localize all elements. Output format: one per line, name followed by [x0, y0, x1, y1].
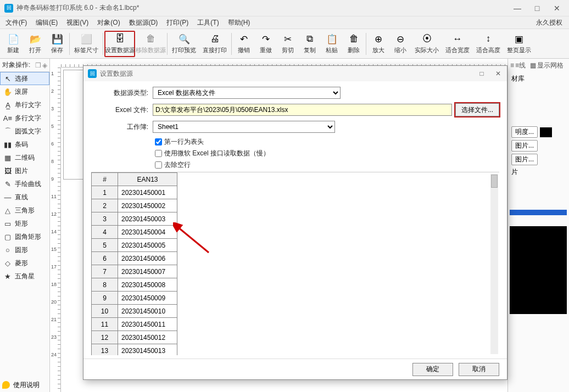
table-row[interactable]: 12202301450012: [92, 331, 177, 344]
toolbar-print-button[interactable]: 🖨直接打印: [199, 31, 230, 57]
toolbar-divider: [231, 33, 232, 55]
tool-14[interactable]: ◇菱形: [0, 256, 49, 270]
scrollbar-thumb[interactable]: [491, 175, 498, 188]
image-button-2[interactable]: 图片...: [511, 154, 538, 165]
table-row[interactable]: 8202301450008: [92, 278, 177, 292]
table-row[interactable]: 4202301450004: [92, 226, 177, 239]
ok-button[interactable]: 确定: [412, 363, 453, 376]
menu-7[interactable]: 帮助(H): [226, 17, 253, 29]
tool-3[interactable]: A≡多行文字: [0, 111, 49, 125]
tool-5[interactable]: ▮▮条码: [0, 138, 49, 151]
tool-8[interactable]: ✎手绘曲线: [0, 177, 49, 191]
toolbar-setds-button[interactable]: 🗄设置数据源: [104, 31, 135, 57]
toolbar-actual-button[interactable]: ⦿实际大小: [411, 31, 442, 57]
ruler-tick: 17: [51, 264, 57, 270]
toolbar-redo-button[interactable]: ↷重做: [255, 31, 277, 57]
row-value: 202301450001: [118, 186, 177, 199]
tool-6[interactable]: ▦二维码: [0, 151, 49, 164]
table-row[interactable]: 11202301450011: [92, 318, 177, 331]
toolbar-fitpage-button[interactable]: ▣整页显示: [504, 31, 534, 57]
row-value: 202301450009: [118, 292, 177, 305]
table-row[interactable]: 10202301450010: [92, 305, 177, 318]
dialog-close-button[interactable]: ✕: [494, 70, 503, 77]
tool-1-icon: ✋: [3, 88, 13, 96]
menu-2[interactable]: 视图(V): [64, 17, 91, 29]
tool-10[interactable]: △三角形: [0, 204, 49, 217]
choose-file-button[interactable]: 选择文件...: [455, 103, 499, 116]
toolbar-preview-button[interactable]: 🔍打印预览: [169, 31, 199, 57]
brightness-button[interactable]: 明度...: [511, 126, 538, 138]
dialog-title: 设置数据源: [100, 69, 477, 79]
toolbar-save-button[interactable]: 💾保存: [46, 31, 68, 57]
tool-15[interactable]: ★五角星: [0, 270, 49, 283]
remove-empty-rows-checkbox[interactable]: 去除空行: [155, 160, 499, 170]
toolbar-open-button[interactable]: 📂打开: [24, 31, 46, 57]
gridline-toggle[interactable]: ≡≡线: [510, 61, 526, 70]
redo-icon: ↷: [260, 33, 272, 45]
tool-4[interactable]: ⌒圆弧文字: [0, 125, 49, 138]
tool-1[interactable]: ✋滚屏: [0, 85, 49, 98]
window-maximize-button[interactable]: □: [532, 4, 543, 13]
window-minimize-button[interactable]: —: [512, 4, 523, 13]
use-ms-excel-checkbox[interactable]: 使用微软 Excel 接口读取数据（慢）: [155, 149, 499, 158]
menu-3[interactable]: 对象(O): [95, 17, 122, 29]
toolbar-labelsize-button[interactable]: ⬜标签尺寸: [71, 31, 102, 57]
first-row-header-checkbox[interactable]: 第一行为表头: [155, 137, 499, 147]
tool-8-label: 手绘曲线: [15, 180, 41, 189]
toolbar-cut-button[interactable]: ✂剪切: [277, 31, 299, 57]
menu-6[interactable]: 工具(T): [195, 17, 221, 29]
toolbar-divider: [366, 33, 366, 55]
menu-1[interactable]: 编辑(E): [34, 17, 60, 29]
col-value-header[interactable]: EAN13: [118, 173, 177, 186]
toolbar-remds-button[interactable]: 🗑移除数据源: [135, 31, 166, 57]
table-row[interactable]: 3202301450003: [92, 212, 177, 226]
image-button-1[interactable]: 图片...: [511, 140, 538, 152]
layer-icon-2[interactable]: ◈: [42, 61, 47, 69]
window-close-button[interactable]: ✕: [551, 4, 562, 13]
layer-icon[interactable]: ❒: [35, 61, 41, 69]
toolbar-delete-button[interactable]: 🗑删除: [343, 31, 365, 57]
ds-type-select[interactable]: Excel 数据表格文件: [153, 87, 341, 99]
dialog-maximize-button[interactable]: □: [477, 70, 486, 77]
show-grid-toggle[interactable]: ▦显示网格: [530, 61, 564, 70]
tool-9[interactable]: —直线: [0, 191, 49, 204]
copy-icon: ⧉: [304, 33, 316, 45]
toolbar-undo-button[interactable]: ↶撤销: [233, 31, 255, 57]
toolbar-paste-button[interactable]: 📋粘贴: [321, 31, 343, 57]
sheet-select[interactable]: Sheet1: [153, 121, 335, 133]
table-row[interactable]: 9202301450009: [92, 292, 177, 305]
menu-0[interactable]: 文件(F): [3, 17, 29, 29]
tool-5-icon: ▮▮: [3, 141, 13, 149]
toolbar-new-button[interactable]: 📄新建: [2, 31, 24, 57]
tool-12[interactable]: ▢圆角矩形: [0, 230, 49, 243]
toolbar-zoomin-button[interactable]: ⊕放大: [367, 31, 389, 57]
table-row[interactable]: 2202301450002: [92, 199, 177, 212]
tool-2[interactable]: A̲单行文字: [0, 98, 49, 111]
fith-label: 适合高度: [476, 46, 500, 54]
table-row[interactable]: 13202301450013: [92, 344, 177, 356]
help-button[interactable]: 使用说明: [0, 378, 49, 392]
labelsize-label: 标签尺寸: [74, 46, 98, 54]
tool-7[interactable]: 🖼图片: [0, 164, 49, 177]
toolbar-copy-button[interactable]: ⧉复制: [299, 31, 321, 57]
col-index-header[interactable]: #: [92, 173, 118, 186]
zoomin-label: 放大: [372, 46, 384, 54]
table-row[interactable]: 5202301450005: [92, 239, 177, 252]
tool-11[interactable]: ▭矩形: [0, 217, 49, 230]
menu-5[interactable]: 打印(P): [164, 17, 191, 29]
table-row[interactable]: 7202301450007: [92, 265, 177, 278]
excel-file-input[interactable]: [153, 104, 452, 116]
table-row[interactable]: 6202301450006: [92, 252, 177, 265]
cancel-button[interactable]: 取消: [459, 363, 499, 376]
toolbar-fitw-button[interactable]: ↔适合宽度: [442, 31, 473, 57]
table-scrollbar[interactable]: [490, 173, 498, 354]
menu-4[interactable]: 数据源(D): [127, 17, 160, 29]
toolbar-fith-button[interactable]: ↕适合高度: [473, 31, 504, 57]
row-index: 1: [92, 186, 118, 199]
tool-13[interactable]: ○圆形: [0, 243, 49, 256]
toolbar-zoomout-button[interactable]: ⊖缩小: [389, 31, 411, 57]
ruler-tick: 8: [51, 159, 54, 164]
color-swatch[interactable]: [540, 127, 552, 137]
table-row[interactable]: 1202301450001: [92, 186, 177, 199]
tool-0[interactable]: ↖选择: [0, 72, 49, 85]
